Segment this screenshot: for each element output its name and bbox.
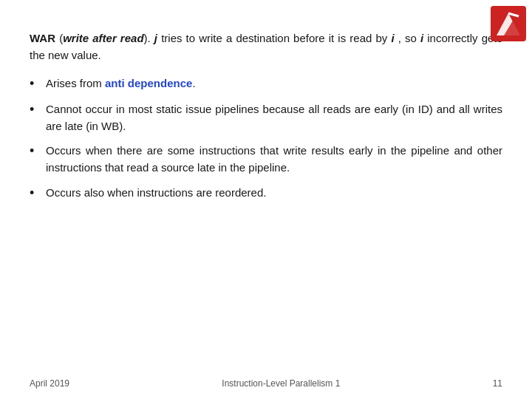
- bullet-text-3: Occurs when there are some instructions …: [46, 142, 502, 177]
- logo: [491, 6, 526, 41]
- intro-paragraph: WAR (write after read). j tries to write…: [30, 30, 502, 64]
- main-content: WAR (write after read). j tries to write…: [30, 30, 502, 202]
- bullet-item-1: • Arises from anti dependence.: [30, 75, 502, 93]
- bullet-dot-1: •: [30, 75, 46, 93]
- war-term: WAR: [30, 32, 55, 44]
- bullet-dot-2: •: [30, 100, 46, 119]
- anti-dependence-term: anti dependence: [105, 77, 192, 89]
- bullet-dot-3: •: [30, 142, 46, 160]
- footer-title: Instruction-Level Parallelism 1: [222, 378, 340, 389]
- j-var: j: [154, 32, 157, 44]
- intro-part2: (write after read).: [59, 32, 154, 44]
- bullet-item-2: • Cannot occur in most static issue pipe…: [30, 100, 502, 135]
- bullet-text-2: Cannot occur in most static issue pipeli…: [46, 100, 502, 135]
- intro-part4: tries to write a destination before it i…: [161, 32, 391, 44]
- footer-page-number: 11: [493, 378, 502, 389]
- i-var-2: i: [420, 32, 423, 44]
- intro-part6: , so: [398, 32, 420, 44]
- bullet-text-1: Arises from anti dependence.: [46, 75, 502, 92]
- bullet-dot-4: •: [30, 184, 46, 202]
- i-var-1: i: [391, 32, 394, 44]
- slide-footer: April 2019 Instruction-Level Parallelism…: [0, 378, 532, 389]
- bullet-list: • Arises from anti dependence. • Cannot …: [30, 75, 502, 202]
- bullet-item-3: • Occurs when there are some instruction…: [30, 142, 502, 177]
- bullet-text-4: Occurs also when instructions are reorde…: [46, 184, 502, 201]
- footer-date: April 2019: [30, 378, 69, 389]
- slide: WAR (write after read). j tries to write…: [0, 0, 532, 399]
- bullet-item-4: • Occurs also when instructions are reor…: [30, 184, 502, 202]
